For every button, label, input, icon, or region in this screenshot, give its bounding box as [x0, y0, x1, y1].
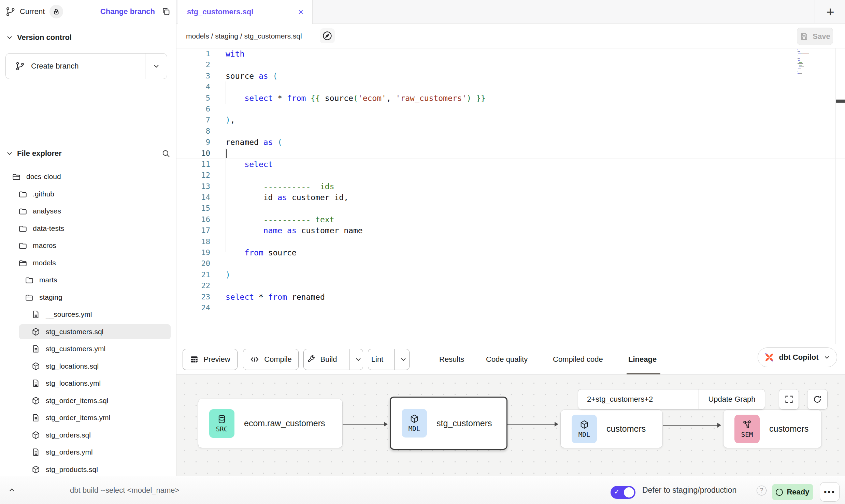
file-tree-item-stg-order-items-yml[interactable]: stg_order_items.yml: [0, 409, 176, 427]
search-icon[interactable]: [161, 149, 171, 158]
code-line-2[interactable]: 2: [176, 59, 845, 70]
code-line-3[interactable]: 3source as (: [176, 71, 845, 81]
save-button[interactable]: Save: [797, 28, 833, 45]
file-tree-item-data-tests[interactable]: data-tests: [0, 220, 176, 237]
build-dropdown[interactable]: [349, 349, 367, 370]
breadcrumb: models / staging / stg_customers.sql: [186, 24, 302, 48]
code-line-1[interactable]: 1with: [176, 48, 845, 59]
code-line-22[interactable]: 22: [176, 280, 845, 291]
tab-stg-customers-sql[interactable]: stg_customers.sql ×: [178, 0, 313, 24]
overflow-menu-button[interactable]: •••: [820, 482, 840, 502]
code-text: [210, 81, 226, 92]
model-selector-input[interactable]: 2+stg_customers+2: [578, 389, 699, 409]
code-line-18[interactable]: 18: [176, 236, 845, 247]
code-text: ---------- text: [210, 214, 334, 225]
compile-button[interactable]: Compile: [243, 349, 299, 370]
tab-results[interactable]: Results: [439, 344, 464, 375]
code-editor[interactable]: 1with23source as (45 select * from {{ so…: [176, 48, 845, 344]
code-line-11[interactable]: 11 select: [176, 159, 845, 170]
file-tree-item-stg-locations-yml[interactable]: stg_locations.yml: [0, 375, 176, 392]
build-main[interactable]: Build: [299, 349, 345, 370]
lint-button[interactable]: Lint: [368, 349, 410, 370]
file-tree-item-stg-customers-sql[interactable]: stg_customers.sql: [0, 323, 176, 341]
command-input[interactable]: dbt build --select <model_name>: [70, 476, 179, 504]
code-line-8[interactable]: 8: [176, 126, 845, 137]
lineage-node-stg-customers[interactable]: MDL stg_customers: [390, 397, 507, 450]
defer-toggle[interactable]: ✓: [611, 486, 635, 499]
file-tree-item--github[interactable]: .github: [0, 186, 176, 203]
tab-code-quality[interactable]: Code quality: [486, 344, 528, 375]
code-line-17[interactable]: 17 name as customer_name: [176, 225, 845, 236]
code-line-14[interactable]: 14 id as customer_id,: [176, 192, 845, 203]
copy-icon[interactable]: [161, 7, 171, 16]
file-tree-item-label: staging: [39, 293, 62, 301]
file-tree-item-staging[interactable]: staging: [0, 289, 176, 306]
file-tree-item-label: stg_products.sql: [46, 465, 98, 474]
compass-icon[interactable]: [320, 28, 335, 43]
node-label: customers: [769, 424, 808, 434]
file-tree-item-label: .github: [33, 190, 54, 198]
tab-compiled-code[interactable]: Compiled code: [553, 344, 603, 375]
file-tree-item-marts[interactable]: marts: [0, 271, 176, 289]
line-number: 9: [176, 137, 210, 148]
file-tree-item-stg-order-items-sql[interactable]: stg_order_items.sql: [0, 392, 176, 410]
lineage-node-ecom-raw-customers[interactable]: SRC ecom.raw_customers: [198, 399, 343, 448]
code-line-23[interactable]: 23select * from renamed: [176, 292, 845, 302]
lint-main[interactable]: Lint: [365, 349, 389, 370]
code-text: select * from {{ source('ecom', 'raw_cus…: [210, 93, 486, 104]
editor-scrollbar-thumb[interactable]: [836, 100, 845, 103]
code-line-10[interactable]: 10: [176, 148, 845, 159]
file-tree-item-stg-orders-yml[interactable]: stg_orders.yml: [0, 444, 176, 461]
code-line-6[interactable]: 6: [176, 104, 845, 115]
code-text: with: [210, 48, 244, 59]
folder-icon: [18, 207, 27, 216]
build-button[interactable]: Build: [303, 349, 363, 370]
code-line-16[interactable]: 16 ---------- text: [176, 214, 845, 225]
tab-lineage[interactable]: Lineage: [628, 344, 657, 375]
file-tree-item-macros[interactable]: macros: [0, 237, 176, 254]
file-tree-item-stg-orders-sql[interactable]: stg_orders.sql: [0, 427, 176, 444]
file-tree-item-analyses[interactable]: analyses: [0, 203, 176, 220]
fullscreen-button[interactable]: [779, 389, 799, 410]
code-line-9[interactable]: 9renamed as (: [176, 137, 845, 148]
file-tree-item-models[interactable]: models: [0, 254, 176, 272]
close-icon[interactable]: ×: [298, 8, 303, 16]
file-tree-item-stg-customers-yml[interactable]: stg_customers.yml: [0, 340, 176, 358]
minimap[interactable]: [798, 49, 828, 75]
chevron-down-icon: [399, 355, 407, 364]
code-line-19[interactable]: 19 from source: [176, 247, 845, 258]
update-graph-button[interactable]: Update Graph: [699, 389, 765, 409]
code-line-21[interactable]: 21): [176, 269, 845, 280]
help-icon[interactable]: ?: [757, 486, 767, 495]
code-line-4[interactable]: 4: [176, 81, 845, 92]
file-tree-item--sources-yml[interactable]: __sources.yml: [0, 306, 176, 323]
new-tab-button[interactable]: +: [822, 4, 838, 20]
lint-dropdown[interactable]: [394, 349, 412, 370]
code-line-13[interactable]: 13 ---------- ids: [176, 181, 845, 192]
code-line-12[interactable]: 12: [176, 170, 845, 181]
version-control-header[interactable]: Version control: [5, 30, 72, 45]
lineage-canvas[interactable]: SRC ecom.raw_customers MDL stg_customers…: [176, 374, 845, 476]
create-branch-button[interactable]: Create branch: [5, 53, 167, 79]
change-branch-link[interactable]: Change branch: [100, 7, 155, 16]
refresh-button[interactable]: [807, 389, 828, 410]
create-branch-dropdown[interactable]: [145, 54, 167, 79]
ready-status-badge[interactable]: Ready: [772, 484, 813, 500]
folder-open-icon: [12, 172, 21, 181]
chevron-up-icon[interactable]: [7, 485, 17, 495]
code-line-20[interactable]: 20: [176, 258, 845, 269]
file-explorer-header[interactable]: File explorer: [5, 146, 171, 161]
line-number: 16: [176, 214, 210, 225]
code-line-5[interactable]: 5 select * from {{ source('ecom', 'raw_c…: [176, 93, 845, 104]
code-line-7[interactable]: 7),: [176, 115, 845, 125]
model-icon: [31, 431, 40, 440]
preview-button[interactable]: Preview: [183, 349, 238, 370]
code-text: ---------- ids: [210, 181, 334, 192]
file-tree-item-docs-cloud[interactable]: docs-cloud: [0, 168, 176, 186]
lineage-node-customers-model[interactable]: MDL customers: [560, 410, 663, 448]
file-tree-item-stg-locations-sql[interactable]: stg_locations.sql: [0, 358, 176, 375]
code-line-24[interactable]: 24: [176, 302, 845, 313]
code-line-15[interactable]: 15: [176, 203, 845, 214]
lineage-node-customers-semantic[interactable]: SEM customers: [723, 410, 822, 448]
dbt-copilot-button[interactable]: dbt Copilot: [758, 347, 837, 367]
